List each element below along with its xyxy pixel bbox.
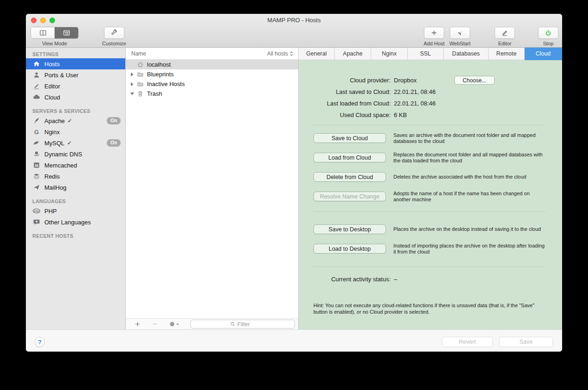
resolve-name-change-desc: Adopts the name of a host if the name ha… [393, 191, 546, 203]
sidebar-section-settings: SETTINGS [26, 50, 125, 58]
choose-provider-button[interactable]: Choose... [454, 76, 495, 85]
actions-gear-menu[interactable] [168, 321, 180, 328]
sidebar-item-nginx[interactable]: G Nginx [26, 126, 125, 137]
svg-text:php: php [34, 210, 39, 212]
separator [313, 211, 545, 212]
filter-search-field[interactable] [190, 320, 295, 328]
apache-running-check: ✓ [67, 118, 72, 124]
sidebar-item-redis[interactable]: Redis [26, 171, 125, 182]
sidebar-item-cloud[interactable]: Cloud [26, 92, 125, 103]
apache-on-badge: On [107, 117, 121, 124]
disclosure-expanded-icon[interactable] [129, 93, 136, 95]
editor-button[interactable] [495, 27, 515, 39]
mysql-running-check: ✓ [67, 140, 72, 146]
hosts-list-footer [126, 318, 298, 329]
last-loaded-value: 22.01.21, 08:46 [394, 100, 435, 107]
columns-view-icon [63, 29, 70, 37]
tab-nginx[interactable]: Nginx [371, 48, 408, 60]
tab-cloud[interactable]: Cloud [525, 48, 562, 60]
load-from-cloud-button[interactable]: Load from Cloud [313, 153, 386, 162]
sidebar-item-dynamic-dns[interactable]: Dynamic DNS [26, 149, 125, 160]
remove-host-list-button[interactable] [151, 321, 159, 328]
split-view-icon [39, 29, 47, 37]
cloud-provider-value: Dropbox [394, 77, 416, 84]
tab-databases[interactable]: Databases [444, 48, 489, 60]
sidebar-item-label: Memcached [44, 162, 77, 169]
user-icon [32, 71, 41, 79]
revert-button[interactable]: Revert [442, 337, 493, 347]
add-host-toolbar-item: Add Host [420, 27, 448, 46]
last-saved-label: Last saved to Cloud: [299, 88, 391, 95]
save-to-desktop-button[interactable]: Save to Desktop [313, 224, 386, 234]
customize-label: Customize [102, 41, 126, 46]
disclosure-collapsed-icon[interactable] [129, 82, 136, 86]
folder-icon [136, 71, 144, 78]
sidebar-item-mailhog[interactable]: MailHog [26, 182, 125, 193]
stop-label: Stop [543, 41, 554, 46]
cloud-panel: Cloud provider: Dropbox Choose... Last s… [299, 60, 562, 329]
sidebar-item-apache[interactable]: Apache ✓ On [26, 115, 125, 126]
mysql-dolphin-icon [32, 139, 41, 147]
save-button[interactable]: Save [499, 337, 553, 347]
sidebar-item-label: Apache [44, 118, 65, 124]
filter-input[interactable] [238, 321, 256, 328]
sidebar-item-label: Editor [44, 83, 60, 90]
tab-apache[interactable]: Apache [335, 48, 371, 60]
memcached-icon: M [32, 161, 41, 169]
group-row-blueprints[interactable]: Blueprints [126, 69, 298, 79]
minimize-button[interactable] [40, 18, 46, 23]
zoom-button[interactable] [49, 18, 55, 23]
view-mode-segmented-control [31, 27, 79, 39]
load-to-desktop-button[interactable]: Load to Desktop [313, 244, 386, 254]
view-mode-split-button[interactable] [31, 27, 55, 38]
titlebar-toolbar: MAMP PRO - Hosts [26, 14, 562, 48]
apache-feather-icon [32, 117, 41, 125]
mailhog-paper-plane-icon [32, 184, 41, 192]
plus-icon [430, 29, 438, 37]
last-saved-value: 22.01.21, 08:46 [394, 88, 435, 95]
group-row-label: Blueprints [147, 71, 174, 78]
view-mode-columns-button[interactable] [55, 27, 78, 38]
stop-button[interactable] [538, 27, 558, 39]
scope-selector[interactable]: All hosts [267, 50, 294, 57]
sidebar-item-label: Dynamic DNS [44, 151, 82, 158]
sidebar-item-php[interactable]: php PHP [26, 205, 125, 217]
power-icon [545, 29, 552, 37]
tab-general[interactable]: General [299, 48, 335, 60]
screen-background: MAMP PRO - Hosts [0, 0, 588, 390]
help-button[interactable]: ? [35, 337, 45, 347]
add-host-button[interactable] [424, 27, 444, 39]
disclosure-collapsed-icon[interactable] [129, 73, 136, 76]
save-to-cloud-button[interactable]: Save to Cloud [313, 133, 386, 143]
customize-button[interactable] [104, 27, 124, 39]
sidebar-item-label: Other Languages [44, 219, 91, 226]
hosts-list-header: Name All hosts [126, 48, 298, 60]
tab-remote[interactable]: Remote [489, 48, 525, 60]
host-row-localhost[interactable]: localhost [126, 60, 298, 69]
delete-from-cloud-button[interactable]: Delete from Cloud [313, 172, 386, 182]
group-row-trash[interactable]: Trash [126, 89, 298, 99]
detail-tab-bar: General Apache Nginx SSL Databases Remot… [299, 48, 562, 60]
sidebar-item-mysql[interactable]: MySQL ✓ On [26, 137, 125, 149]
load-to-desktop-desc: Instead of importing places the archive … [393, 243, 546, 255]
tab-ssl[interactable]: SSL [408, 48, 444, 60]
sidebar-item-memcached[interactable]: M Memcached [26, 160, 125, 171]
save-to-cloud-desc: Saves an archive with the document root … [393, 132, 546, 144]
close-button[interactable] [31, 18, 37, 23]
add-host-list-button[interactable] [133, 321, 141, 328]
used-space-label: Used Cloud space: [299, 111, 391, 118]
scope-label: All hosts [267, 50, 288, 57]
resolve-name-change-button[interactable]: Resolve Name Change [313, 192, 386, 201]
mysql-on-badge: On [107, 139, 121, 147]
sidebar-item-label: MySQL [44, 140, 64, 147]
webstart-button[interactable] [450, 27, 470, 39]
sidebar-item-other-languages[interactable]: Other Languages [26, 217, 125, 228]
octopus-icon [32, 150, 41, 158]
sidebar-item-ports-user[interactable]: Ports & User [26, 69, 125, 80]
sidebar-item-hosts[interactable]: Hosts [26, 58, 125, 69]
php-icon: php [32, 207, 41, 215]
used-space-value: 6 KB [394, 111, 407, 118]
load-from-cloud-desc: Replaces the document root folder and al… [393, 152, 546, 164]
sidebar-item-editor[interactable]: Editor [26, 80, 125, 92]
group-row-inactive-hosts[interactable]: Inactive Hosts [126, 79, 298, 89]
